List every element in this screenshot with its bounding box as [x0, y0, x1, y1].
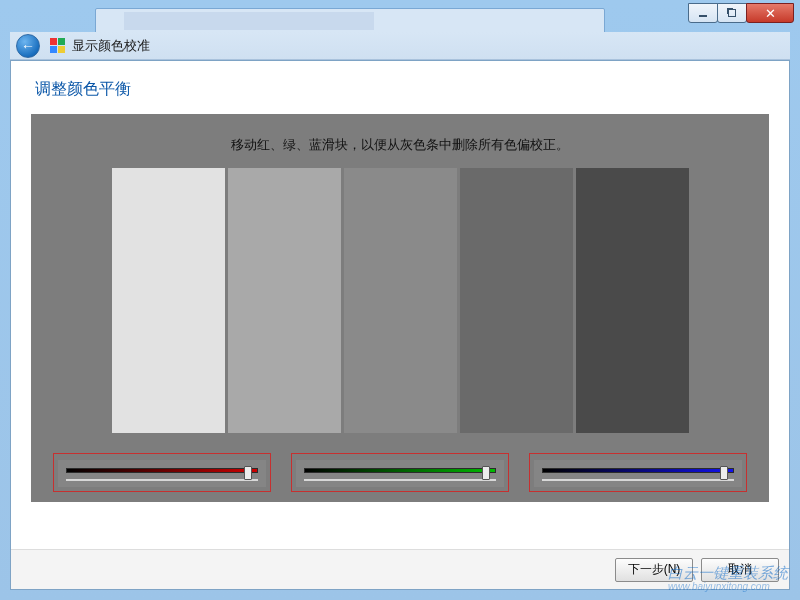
red-slider[interactable]	[58, 460, 266, 487]
background-window	[95, 8, 605, 34]
next-button[interactable]: 下一步(N)	[615, 558, 693, 582]
blue-rail	[542, 479, 734, 481]
wizard-content: 调整颜色平衡 移动红、绿、蓝滑块，以便从灰色条中删除所有色偏校正。	[11, 61, 789, 502]
blue-thumb[interactable]	[720, 466, 728, 480]
maximize-button[interactable]	[717, 3, 747, 23]
gray-bars	[53, 168, 747, 433]
red-slider-box	[53, 453, 271, 492]
header-bar: ← 显示颜色校准	[10, 32, 790, 60]
gray-bar-2	[228, 168, 341, 433]
red-thumb[interactable]	[244, 466, 252, 480]
green-track	[304, 468, 496, 473]
minimize-icon	[699, 15, 707, 17]
red-track	[66, 468, 258, 473]
window-controls: ✕	[689, 3, 794, 23]
blue-slider-box	[529, 453, 747, 492]
app-title: 显示颜色校准	[72, 37, 150, 55]
gray-bar-1	[112, 168, 225, 433]
calibration-canvas: 移动红、绿、蓝滑块，以便从灰色条中删除所有色偏校正。	[31, 114, 769, 502]
green-slider[interactable]	[296, 460, 504, 487]
background-window-header	[124, 12, 374, 30]
arrow-left-icon: ←	[21, 38, 35, 54]
green-slider-box	[291, 453, 509, 492]
blue-track	[542, 468, 734, 473]
close-button[interactable]: ✕	[746, 3, 794, 23]
cancel-button[interactable]: 取消	[701, 558, 779, 582]
green-thumb[interactable]	[482, 466, 490, 480]
close-icon: ✕	[765, 6, 776, 21]
wizard-footer: 下一步(N) 取消	[11, 549, 789, 589]
app-icon	[50, 38, 66, 54]
gray-bar-4	[460, 168, 573, 433]
minimize-button[interactable]	[688, 3, 718, 23]
maximize-icon	[728, 9, 736, 17]
sliders-row	[53, 453, 747, 492]
gray-bar-5	[576, 168, 689, 433]
wizard-window: 调整颜色平衡 移动红、绿、蓝滑块，以便从灰色条中删除所有色偏校正。	[10, 60, 790, 590]
blue-slider[interactable]	[534, 460, 742, 487]
back-button[interactable]: ←	[16, 34, 40, 58]
instruction-text: 移动红、绿、蓝滑块，以便从灰色条中删除所有色偏校正。	[53, 136, 747, 154]
page-title: 调整颜色平衡	[35, 79, 765, 100]
green-rail	[304, 479, 496, 481]
gray-bar-3	[344, 168, 457, 433]
red-rail	[66, 479, 258, 481]
